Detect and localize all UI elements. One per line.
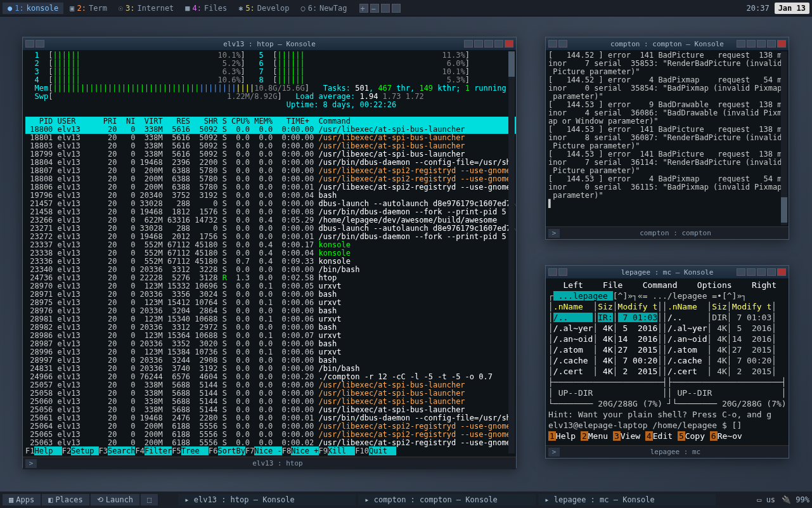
tag-icon[interactable] xyxy=(558,268,567,276)
places-button[interactable]: ◧ Places xyxy=(42,494,89,505)
new-tab-button[interactable]: > xyxy=(548,229,560,238)
close-icon[interactable] xyxy=(505,40,513,48)
sticky-icon[interactable] xyxy=(747,40,756,48)
clock-date: Jan 13 xyxy=(775,3,809,14)
task-htop[interactable]: ▸ elv13 : htop — Konsole xyxy=(178,494,356,505)
min-icon[interactable] xyxy=(757,40,766,48)
terminal-content[interactable]: Left File Command Options Right ┌ ...lep… xyxy=(546,278,789,445)
add-icon[interactable]: + xyxy=(359,4,368,13)
konsole-tabbar: > lepagee : mc xyxy=(546,445,789,458)
min-icon[interactable] xyxy=(757,268,766,276)
keyboard-layout[interactable]: ▭ us xyxy=(757,495,775,504)
new-tab-button[interactable]: > xyxy=(548,448,560,457)
layout-icon[interactable] xyxy=(381,4,390,13)
min-icon[interactable] xyxy=(484,40,493,48)
tab-label[interactable]: elv13 : htop xyxy=(39,459,516,467)
window-compton[interactable]: compton : compton — Konsole [ 144.52 ] e… xyxy=(545,37,789,240)
tab-label[interactable]: compton : compton xyxy=(562,229,789,237)
close-icon[interactable] xyxy=(777,40,786,48)
max-icon[interactable] xyxy=(494,40,503,48)
sticky-icon[interactable] xyxy=(474,40,483,48)
tag-4[interactable]: ■ 4: Files xyxy=(180,3,232,14)
tag-2[interactable]: ▣ 2: Term xyxy=(65,3,112,14)
layout2-icon[interactable] xyxy=(392,4,401,13)
new-tab-button[interactable]: > xyxy=(25,459,37,468)
floating-icon[interactable] xyxy=(25,40,34,48)
desktop-icon[interactable]: ⬚ xyxy=(141,494,158,505)
window-title: lepagee : mc — Konsole xyxy=(621,268,714,277)
scrollbar[interactable] xyxy=(781,51,787,225)
tag-6[interactable]: ○ 6: NewTag xyxy=(295,3,352,14)
konsole-tabbar: > compton : compton xyxy=(546,226,789,239)
window-mc[interactable]: lepagee : mc — Konsole Left File Command… xyxy=(545,265,789,459)
titlebar[interactable]: elv13 : htop — Konsole xyxy=(23,37,516,50)
floating-icon[interactable] xyxy=(548,40,557,48)
ontop-icon[interactable] xyxy=(737,40,745,48)
window-htop[interactable]: elv13 : htop — Konsole 1 [|||||| 10.1%] … xyxy=(22,37,517,468)
task-compton[interactable]: ▸ compton : compton — Konsole xyxy=(358,494,536,505)
titlebar[interactable]: compton : compton — Konsole xyxy=(546,37,789,50)
task-mc[interactable]: ▸ lepagee : mc — Konsole xyxy=(538,494,716,505)
minus-icon[interactable]: − xyxy=(370,4,379,13)
tag-3[interactable]: ☉ 3: Internet xyxy=(113,3,179,14)
tag-icon[interactable] xyxy=(558,40,567,48)
max-icon[interactable] xyxy=(767,40,776,48)
window-title: elv13 : htop — Konsole xyxy=(223,40,316,48)
ontop-icon[interactable] xyxy=(464,40,473,48)
terminal-content[interactable]: 1 [|||||| 10.1%] 5 [|||||| 11.3%] 2 [|||… xyxy=(23,50,516,457)
close-icon[interactable] xyxy=(777,268,786,276)
scrollbar[interactable] xyxy=(508,51,515,453)
floating-icon[interactable] xyxy=(548,268,557,276)
titlebar[interactable]: lepagee : mc — Konsole xyxy=(546,266,789,278)
top-taskbar: ● 1: konsole ▣ 2: Term ☉ 3: Internet ■ 4… xyxy=(0,0,812,16)
launch-button[interactable]: ⟲ Launch xyxy=(91,494,139,505)
apps-button[interactable]: ▦ Apps xyxy=(3,494,41,505)
bottom-taskbar: ▦ Apps ◧ Places ⟲ Launch ⬚ ▸ elv13 : hto… xyxy=(0,492,812,508)
max-icon[interactable] xyxy=(767,268,776,276)
sticky-icon[interactable] xyxy=(747,268,756,276)
battery-indicator: 🔌 99% xyxy=(782,495,809,504)
tag-5[interactable]: ✱ 5: Develop xyxy=(233,3,294,14)
clock-time: 20:37 xyxy=(747,4,770,13)
ontop-icon[interactable] xyxy=(737,268,745,276)
window-title: compton : compton — Konsole xyxy=(610,40,724,48)
terminal-content[interactable]: [ 144.52 ] error 141 BadPicture request … xyxy=(546,50,789,226)
tab-label[interactable]: lepagee : mc xyxy=(562,448,789,456)
tag-1[interactable]: ● 1: konsole xyxy=(3,3,63,14)
konsole-tabbar: > elv13 : htop xyxy=(23,457,516,469)
tag-icon[interactable] xyxy=(35,40,44,48)
